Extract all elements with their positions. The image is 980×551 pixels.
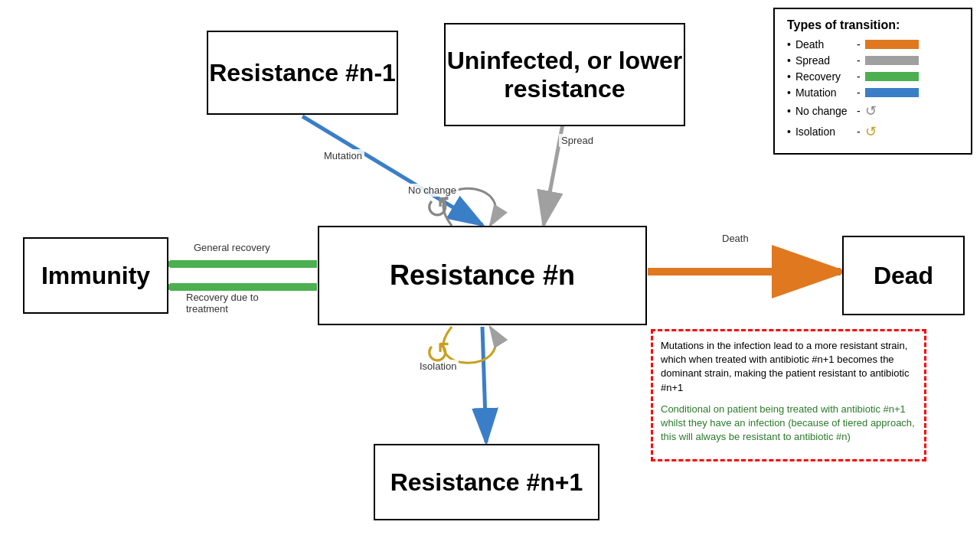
resistance-n-plus1-node: Resistance #n+1	[374, 444, 599, 520]
resistance-n-plus1-label: Resistance #n+1	[390, 468, 583, 497]
legend-spread: • Spread -	[787, 54, 959, 67]
isolation-arrow	[443, 327, 495, 363]
resistance-n-node: Resistance #n	[318, 226, 647, 325]
no-change-symbol: ↺	[425, 190, 451, 225]
uninfected-node: Uninfected, or lower resistance	[444, 23, 685, 126]
legend-no-change: • No change - ↺	[787, 103, 959, 119]
dead-node: Dead	[842, 236, 965, 315]
annotation-box: Mutations in the infection lead to a mor…	[651, 329, 926, 461]
recovery-treatment-label: Recovery due totreatment	[184, 291, 261, 315]
isolation-symbol: ↺	[425, 335, 451, 370]
legend-isolation: • Isolation - ↺	[787, 123, 959, 140]
mutation-arrow	[302, 116, 482, 225]
mutation-label: Mutation	[322, 149, 364, 162]
annotation-text1: Mutations in the infection lead to a mor…	[661, 339, 916, 395]
resistance-n-minus1-node: Resistance #n-1	[207, 31, 398, 115]
death-label: Death	[720, 232, 751, 245]
uninfected-label: Uninfected, or lower resistance	[446, 47, 684, 103]
annotation-text2: Conditional on patient being treated wit…	[661, 403, 916, 445]
resistance-n-minus1-label: Resistance #n-1	[209, 59, 396, 87]
resistance-n-label: Resistance #n	[390, 259, 575, 292]
mutation-np1-arrow	[482, 327, 486, 442]
spread-label: Spread	[559, 134, 596, 147]
legend-death: • Death -	[787, 38, 959, 51]
dead-label: Dead	[874, 262, 933, 290]
general-recovery-label: General recovery	[191, 241, 273, 254]
immunity-label: Immunity	[41, 262, 150, 290]
legend-box: Types of transition: • Death - • Spread …	[773, 8, 972, 155]
immunity-node: Immunity	[23, 237, 168, 314]
legend-recovery: • Recovery -	[787, 70, 959, 83]
legend-title: Types of transition:	[787, 18, 959, 32]
legend-mutation: • Mutation -	[787, 86, 959, 99]
